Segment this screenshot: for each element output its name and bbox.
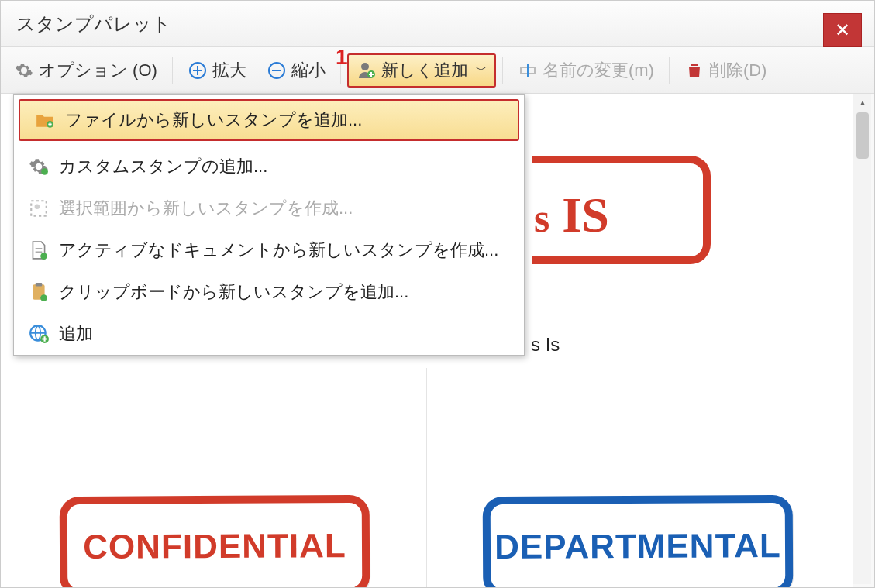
- options-label: オプション (O): [39, 59, 157, 82]
- zoom-in-button[interactable]: 拡大: [179, 53, 255, 88]
- vertical-scrollbar[interactable]: ▴: [853, 94, 871, 584]
- stamp-preview-departmental: DEPARTMENTAL: [482, 495, 793, 588]
- separator: [172, 57, 173, 84]
- zoom-out-button[interactable]: 縮小: [258, 53, 334, 88]
- gear-user-icon: [28, 156, 50, 177]
- rename-button[interactable]: 名前の変更(m): [509, 53, 663, 88]
- menu-item-from-active-doc[interactable]: アクティブなドキュメントから新しいスタンプを作成...: [14, 229, 524, 271]
- scroll-up-icon[interactable]: ▴: [854, 94, 871, 111]
- toolbar: 1 オプション (O) 拡大 縮小 新しく追加 ﹀ 名前の変更(m): [1, 47, 874, 94]
- menu-item-from-clipboard[interactable]: クリップボードから新しいスタンプを追加...: [14, 271, 524, 313]
- svg-point-12: [41, 168, 48, 175]
- options-button[interactable]: オプション (O): [5, 53, 166, 88]
- callout-1: 1: [336, 45, 348, 70]
- menu-item-from-file[interactable]: ファイルから新しいスタンプを追加...: [19, 99, 519, 141]
- clipboard-user-icon: [28, 281, 50, 303]
- zoom-out-label: 縮小: [291, 59, 326, 82]
- stamp-preview-confidential: CONFIDENTIAL: [60, 495, 370, 588]
- svg-point-5: [361, 63, 369, 70]
- title-bar: スタンプパレット: [1, 1, 874, 47]
- menu-item-label: クリップボードから新しいスタンプを追加...: [59, 280, 408, 304]
- gear-icon: [14, 60, 34, 81]
- folder-user-icon: [34, 109, 56, 131]
- svg-rect-19: [36, 283, 43, 286]
- separator: [502, 57, 503, 84]
- document-user-icon: [28, 239, 50, 261]
- plus-circle-icon: [188, 60, 208, 81]
- menu-item-add-url[interactable]: 追加: [14, 313, 524, 355]
- stamp-cell-departmental[interactable]: DEPARTMENTAL Departmental: [427, 368, 850, 588]
- menu-item-label: 追加: [59, 322, 93, 346]
- close-icon: ✕: [835, 19, 850, 41]
- rename-label: 名前の変更(m): [543, 59, 654, 82]
- add-new-label: 新しく追加: [381, 59, 468, 82]
- separator: [669, 57, 670, 84]
- delete-label: 削除(D): [709, 59, 767, 82]
- stamp-text: DEPARTMENTAL: [494, 526, 781, 566]
- trash-icon: [684, 60, 704, 81]
- minus-circle-icon: [267, 60, 287, 81]
- stamp-label-asis-partial: s Is: [531, 334, 560, 356]
- user-plus-icon: [357, 60, 377, 81]
- selection-icon: [28, 198, 50, 219]
- globe-plus-icon: [28, 323, 50, 345]
- menu-item-label: カスタムスタンプの追加...: [59, 155, 267, 178]
- delete-button[interactable]: 削除(D): [676, 53, 776, 88]
- stamp-text-asis-partial: s IS: [534, 187, 609, 244]
- add-new-dropdown-menu: ファイルから新しいスタンプを追加... カスタムスタンプの追加... 選択範囲か…: [13, 94, 525, 356]
- stamp-cell-confidential[interactable]: CONFIDENTIAL Confidential: [4, 368, 427, 588]
- stamp-text: CONFIDENTIAL: [83, 526, 346, 566]
- scroll-thumb[interactable]: [856, 112, 869, 159]
- zoom-in-label: 拡大: [212, 59, 246, 82]
- menu-item-from-selection: 選択範囲から新しいスタンプを作成...: [14, 187, 524, 229]
- window-title: スタンプパレット: [16, 12, 171, 36]
- menu-item-label: アクティブなドキュメントから新しいスタンプを作成...: [59, 239, 498, 262]
- chevron-down-icon: ﹀: [476, 64, 487, 77]
- rename-icon: [518, 60, 538, 81]
- svg-point-17: [40, 253, 47, 260]
- add-new-dropdown-button[interactable]: 新しく追加 ﹀: [347, 53, 496, 88]
- menu-item-label: ファイルから新しいスタンプを追加...: [65, 108, 362, 132]
- menu-item-label: 選択範囲から新しいスタンプを作成...: [59, 197, 353, 220]
- svg-point-14: [35, 205, 40, 210]
- close-button[interactable]: ✕: [823, 13, 862, 47]
- svg-point-20: [40, 294, 47, 301]
- menu-item-custom-stamp[interactable]: カスタムスタンプの追加...: [14, 146, 524, 187]
